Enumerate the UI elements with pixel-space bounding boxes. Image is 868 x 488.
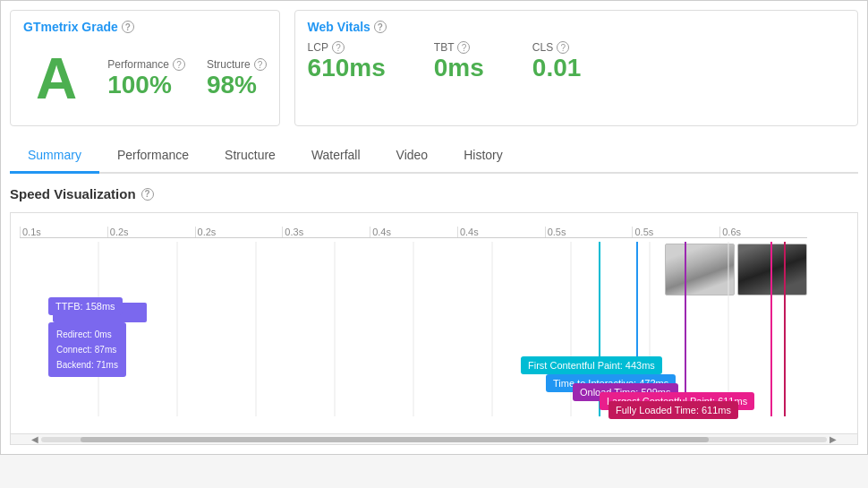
performance-value: 100% [107,71,185,99]
speed-viz-help-icon[interactable]: ? [141,188,154,201]
fcp-label: First Contentful Paint: 443ms [528,360,655,371]
tbt-help-icon[interactable]: ? [457,41,470,54]
tick-5: 0.4s [457,227,545,237]
cls-value: 0.01 [532,54,582,82]
tick-2: 0.2s [195,227,283,237]
flt-tooltip: Fully Loaded Time: 611ms [608,401,738,419]
tick-8: 0.6s [719,227,807,237]
tick-0: 0.1s [20,227,107,237]
gtmetrix-title-text: GTmetrix Grade [23,20,118,34]
tick-7: 0.5s [632,227,719,237]
web-vitals-help-icon[interactable]: ? [374,21,387,33]
structure-score: Structure ? 98% [207,58,267,99]
grade-letter: A [23,41,89,116]
lcp-label-text: LCP [308,41,328,54]
tab-waterfall[interactable]: Waterfall [294,139,379,174]
ttfb-redirect: Redirect: 0ms [56,327,118,342]
performance-label: Performance ? [107,58,185,71]
viz-inner: 0.1s 0.2s 0.2s 0.3s 0.4s 0.4s 0.5s 0.5s … [11,213,816,430]
structure-value: 98% [207,71,267,99]
web-vitals-title-text: Web Vitals [308,20,370,34]
tbt-label: TBT ? [434,41,484,54]
performance-help-icon[interactable]: ? [173,58,185,71]
scrollbar-area[interactable]: ◀ ▶ [11,433,857,444]
scroll-left-arrow[interactable]: ◀ [29,433,41,446]
tab-structure[interactable]: Structure [207,139,294,174]
ttfb-backend: Backend: 71ms [56,357,118,372]
viz-svg [20,242,807,416]
cls-label-text: CLS [532,41,553,54]
lcp-value: 610ms [308,54,386,82]
tab-performance[interactable]: Performance [99,139,207,174]
web-vitals-box: Web Vitals ? LCP ? 610ms TBT ? 0ms [294,10,858,126]
gtmetrix-grade-box: GTmetrix Grade ? A Performance ? 100% [10,10,280,126]
cls-help-icon[interactable]: ? [557,41,569,54]
timeline-ruler: 0.1s 0.2s 0.2s 0.3s 0.4s 0.4s 0.5s 0.5s … [20,213,807,238]
cls-item: CLS ? 0.01 [532,41,582,82]
viz-area: TTFB: 158ms Redirect: 0ms Connect: 87ms … [20,242,807,421]
tbt-item: TBT ? 0ms [434,41,484,82]
scroll-right-arrow[interactable]: ▶ [827,433,839,446]
scrollbar-track[interactable] [41,437,827,442]
lcp-item: LCP ? 610ms [308,41,386,82]
lcp-help-icon[interactable]: ? [332,41,345,54]
lcp-label: LCP ? [308,41,386,54]
gtmetrix-grade-help-icon[interactable]: ? [122,21,134,33]
tick-4: 0.4s [370,227,457,237]
metrics-row: GTmetrix Grade ? A Performance ? 100% [10,10,858,126]
vitals-scores: LCP ? 610ms TBT ? 0ms CLS ? [308,41,845,82]
tab-history[interactable]: History [446,139,521,174]
ttfb-detail-box: Redirect: 0ms Connect: 87ms Backend: 71m… [48,322,126,377]
tbt-label-text: TBT [434,41,455,54]
speed-viz-section: Speed Visualization ? 0.1s 0.2s 0.2s 0.3… [10,186,858,445]
tick-1: 0.2s [107,227,195,237]
performance-score: Performance ? 100% [107,58,185,99]
ttfb-label: TTFB: 158ms [55,301,115,312]
scrollbar-thumb[interactable] [81,437,709,442]
section-title: Speed Visualization ? [10,186,858,201]
section-title-text: Speed Visualization [10,186,136,201]
ttfb-tooltip: TTFB: 158ms [48,297,123,315]
structure-help-icon[interactable]: ? [254,58,267,71]
structure-label-text: Structure [207,58,251,71]
flt-label: Fully Loaded Time: 611ms [616,405,731,415]
web-vitals-title: Web Vitals ? [308,20,845,34]
tab-video[interactable]: Video [379,139,447,174]
tab-summary[interactable]: Summary [10,139,99,174]
ttfb-connect: Connect: 87ms [56,342,118,357]
page-wrapper: GTmetrix Grade ? A Performance ? 100% [0,0,868,455]
tick-6: 0.5s [545,227,633,237]
grade-scores: Performance ? 100% Structure ? 98% [107,58,266,99]
performance-label-text: Performance [107,58,169,71]
tabs-row: Summary Performance Structure Waterfall … [10,139,858,174]
cls-label: CLS ? [532,41,582,54]
fcp-tooltip: First Contentful Paint: 443ms [521,356,662,374]
tbt-value: 0ms [434,54,484,82]
tick-3: 0.3s [282,227,370,237]
viz-container[interactable]: 0.1s 0.2s 0.2s 0.3s 0.4s 0.4s 0.5s 0.5s … [10,212,858,445]
structure-label: Structure ? [207,58,267,71]
gtmetrix-grade-title: GTmetrix Grade ? [23,20,267,34]
